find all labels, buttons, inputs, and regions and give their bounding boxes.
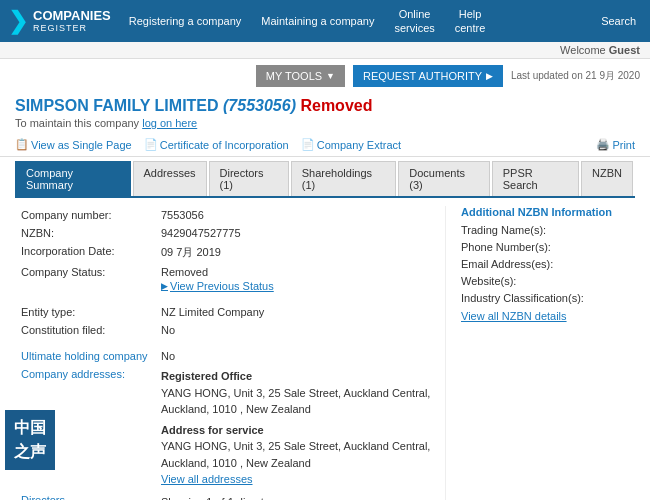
action-links-bar: 📋 View as Single Page 📄 Certificate of I… [0, 133, 650, 157]
print-link[interactable]: 🖨️ Print [596, 138, 635, 151]
view-previous-status-link[interactable]: ▶ View Previous Status [161, 280, 439, 292]
my-tools-button[interactable]: MY TOOLS ▼ [256, 65, 345, 87]
login-link[interactable]: log on here [142, 117, 197, 129]
value-company-addresses: Registered Office YANG HONG, Unit 3, 25 … [155, 365, 445, 491]
label-ultimate-holding: Ultimate holding company [15, 347, 155, 365]
value-constitution: No [155, 321, 445, 339]
tab-documents[interactable]: Documents (3) [398, 161, 489, 196]
label-company-number: Company number: [15, 206, 155, 224]
table-row: NZBN: 9429047527775 [15, 224, 445, 242]
tab-company-summary[interactable]: Company Summary [15, 161, 131, 196]
tab-addresses[interactable]: Addresses [133, 161, 207, 196]
nzbn-field-website: Website(s): [461, 275, 635, 287]
table-row: Entity type: NZ Limited Company [15, 303, 445, 321]
table-row: Incorporation Date: 09 7月 2019 [15, 242, 445, 263]
nav-bar: Registering a company Maintaining a comp… [119, 0, 650, 42]
label-directors[interactable]: Directors [15, 491, 155, 501]
company-title-area: SIMPSON FAMILY LIMITED (7553056) Removed… [0, 93, 650, 133]
table-row [15, 339, 445, 347]
login-note: To maintain this company log on here [15, 117, 635, 129]
left-column: Company number: 7553056 NZBN: 9429047527… [15, 206, 445, 500]
request-authority-button[interactable]: REQUEST AUTHORITY ▶ [353, 65, 503, 87]
value-entity-type: NZ Limited Company [155, 303, 445, 321]
nav-item-online[interactable]: Onlineservices [384, 0, 444, 42]
watermark-line1: 中国 [13, 416, 47, 440]
toolbar: MY TOOLS ▼ REQUEST AUTHORITY ▶ Last upda… [0, 59, 650, 93]
company-status-removed: Removed [300, 97, 372, 114]
value-directors: Showing 1 of 1 directors Yang HONG Unit … [155, 491, 445, 501]
view-all-addresses-link[interactable]: View all addresses [161, 473, 253, 485]
extract-icon: 📄 [301, 138, 315, 151]
logo-text: COMPANIES REGISTER [33, 9, 111, 33]
action-link-view-single[interactable]: 📋 View as Single Page [15, 138, 132, 151]
nav-item-registering[interactable]: Registering a company [119, 0, 252, 42]
label-incorporation-date: Incorporation Date: [15, 242, 155, 263]
my-tools-arrow-icon: ▼ [326, 71, 335, 81]
address-service-address: YANG HONG, Unit 3, 25 Sale Street, Auckl… [161, 438, 439, 471]
label-constitution: Constitution filed: [15, 321, 155, 339]
nav-item-maintaining[interactable]: Maintaining a company [251, 0, 384, 42]
header: ❯ COMPANIES REGISTER Registering a compa… [0, 0, 650, 42]
logo-area: ❯ COMPANIES REGISTER [0, 0, 119, 42]
value-incorporation-date: 09 7月 2019 [155, 242, 445, 263]
right-column: Additional NZBN Information Trading Name… [445, 206, 635, 500]
main-content: Company number: 7553056 NZBN: 9429047527… [0, 198, 650, 500]
nzbn-field-industry: Industry Classification(s): [461, 292, 635, 304]
label-nzbn: NZBN: [15, 224, 155, 242]
table-row: Company Status: Removed ▶ View Previous … [15, 263, 445, 295]
directors-count: Showing 1 of 1 directors [161, 494, 439, 501]
table-row: Directors Showing 1 of 1 directors Yang … [15, 491, 445, 501]
company-number: (7553056) [223, 97, 296, 114]
value-company-number: 7553056 [155, 206, 445, 224]
table-row [15, 295, 445, 303]
welcome-user: Guest [609, 44, 640, 56]
registered-office-title: Registered Office [161, 368, 439, 385]
nav-item-help[interactable]: Helpcentre [445, 0, 496, 42]
nzbn-field-trading: Trading Name(s): [461, 224, 635, 236]
company-name: SIMPSON FAMILY LIMITED (7553056) Removed [15, 97, 635, 115]
label-company-status: Company Status: [15, 263, 155, 295]
tab-nzbn[interactable]: NZBN [581, 161, 633, 196]
arrow-icon: ▶ [161, 281, 168, 291]
table-row: Company addresses: Registered Office YAN… [15, 365, 445, 491]
view-all-nzbn-link[interactable]: View all NZBN details [461, 310, 635, 322]
tabs-bar: Company Summary Addresses Directors (1) … [15, 161, 635, 198]
tab-ppsr[interactable]: PPSR Search [492, 161, 579, 196]
watermark: 中国 之声 [5, 410, 55, 470]
table-row: Constitution filed: No [15, 321, 445, 339]
nzbn-title: Additional NZBN Information [461, 206, 635, 218]
info-table: Company number: 7553056 NZBN: 9429047527… [15, 206, 445, 500]
nzbn-field-phone: Phone Number(s): [461, 241, 635, 253]
print-icon: 🖨️ [596, 138, 610, 151]
value-company-status: Removed ▶ View Previous Status [155, 263, 445, 295]
action-link-extract[interactable]: 📄 Company Extract [301, 138, 401, 151]
request-arrow-icon: ▶ [486, 71, 493, 81]
nav-item-search[interactable]: Search [587, 0, 650, 42]
table-row: Ultimate holding company No [15, 347, 445, 365]
label-entity-type: Entity type: [15, 303, 155, 321]
nzbn-field-email: Email Address(es): [461, 258, 635, 270]
welcome-bar: Welcome Guest [0, 42, 650, 59]
registered-office-address: YANG HONG, Unit 3, 25 Sale Street, Auckl… [161, 385, 439, 418]
table-row: Company number: 7553056 [15, 206, 445, 224]
value-ultimate-holding: No [155, 347, 445, 365]
logo-chevron-icon: ❯ [8, 7, 28, 35]
last-updated: Last updated on 21 9月 2020 [511, 69, 640, 83]
tab-shareholdings[interactable]: Shareholdings (1) [291, 161, 397, 196]
action-link-certificate[interactable]: 📄 Certificate of Incorporation [144, 138, 289, 151]
tab-directors[interactable]: Directors (1) [209, 161, 289, 196]
certificate-icon: 📄 [144, 138, 158, 151]
view-single-icon: 📋 [15, 138, 29, 151]
address-service-title: Address for service [161, 422, 439, 439]
value-nzbn: 9429047527775 [155, 224, 445, 242]
watermark-line2: 之声 [13, 440, 47, 464]
